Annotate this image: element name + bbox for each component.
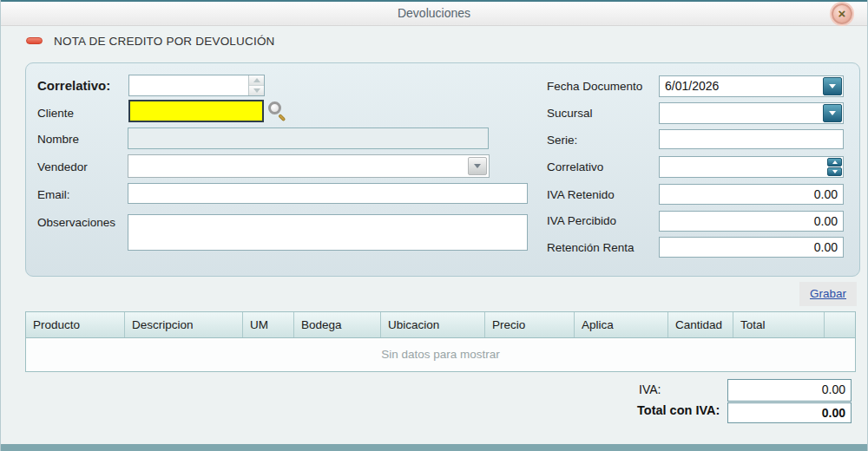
empty-table-message: Sin datos para mostrar <box>26 338 855 370</box>
search-icon[interactable] <box>267 101 288 121</box>
column-header-ubicacion[interactable]: Ubicacion <box>381 312 485 337</box>
total-con-iva-input[interactable]: 0.00 <box>727 402 852 423</box>
grabar-button[interactable]: Grabar <box>810 287 846 300</box>
iva-retenido-input[interactable]: 0.00 <box>659 184 844 205</box>
serie-input[interactable] <box>659 129 844 149</box>
fecha-dropdown-icon[interactable] <box>823 77 842 95</box>
sucursal-select[interactable] <box>659 102 844 124</box>
column-header-empty <box>825 312 855 337</box>
iva-retenido-label: IVA Retenido <box>547 188 615 201</box>
observaciones-label: Observaciones <box>37 216 115 229</box>
vendedor-select[interactable] <box>128 154 490 178</box>
window-bottom-bar <box>1 444 868 451</box>
iva-percibido-input[interactable]: 0.00 <box>659 211 844 232</box>
retencion-renta-label: Retención Renta <box>547 241 635 254</box>
cliente-input[interactable] <box>128 100 264 122</box>
fecha-documento-select[interactable]: 6/01/2026 <box>659 75 844 97</box>
vendedor-dropdown-icon[interactable] <box>468 157 487 175</box>
section-title: NOTA DE CREDITO POR DEVOLUCIÓN <box>54 35 275 48</box>
email-input[interactable] <box>128 183 528 204</box>
iva-input[interactable]: 0.00 <box>727 379 852 402</box>
devoluciones-window: Devoluciones × NOTA DE CREDITO POR DEVOL… <box>0 0 868 451</box>
nombre-input <box>128 127 489 149</box>
iva-label: IVA: <box>639 382 661 396</box>
title-bar: Devoluciones <box>1 2 867 26</box>
sucursal-label: Sucursal <box>547 107 593 120</box>
column-header-total[interactable]: Total <box>733 312 825 337</box>
close-icon[interactable]: × <box>832 3 852 24</box>
column-header-precio[interactable]: Precio <box>485 312 575 337</box>
column-header-producto[interactable]: Producto <box>26 312 125 337</box>
correlativo-input[interactable] <box>129 75 248 95</box>
vendedor-label: Vendedor <box>37 160 88 173</box>
nombre-label: Nombre <box>37 133 79 146</box>
items-table: Producto Descripcion UM Bodega Ubicacion… <box>25 311 856 372</box>
correlativo-doc-label: Correlativo <box>547 160 603 173</box>
observaciones-textarea[interactable] <box>128 214 528 251</box>
email-label: Email: <box>37 188 70 201</box>
column-header-um[interactable]: UM <box>243 312 294 337</box>
spin-up-icon[interactable] <box>827 158 842 167</box>
column-header-descripcion[interactable]: Descripcion <box>125 312 243 337</box>
correlativo-doc-spinner[interactable] <box>659 156 844 178</box>
column-header-aplica[interactable]: Aplica <box>575 312 668 337</box>
correlativo-label: Correlativo: <box>37 78 110 93</box>
column-header-cantidad[interactable]: Cantidad <box>668 312 733 337</box>
correlativo-doc-spin-buttons[interactable] <box>827 158 842 176</box>
retencion-renta-input[interactable]: 0.00 <box>659 237 844 258</box>
table-empty-row: Sin datos para mostrar <box>25 338 856 372</box>
grabar-button-container: Grabar <box>799 282 857 306</box>
serie-label: Serie: <box>547 134 577 147</box>
spin-down-icon[interactable] <box>827 167 842 176</box>
correlativo-spinner[interactable] <box>128 75 265 96</box>
cliente-label: Cliente <box>37 107 74 120</box>
fecha-documento-value: 6/01/2026 <box>660 76 822 96</box>
iva-percibido-label: IVA Percibido <box>547 214 616 227</box>
spin-down-icon[interactable] <box>249 85 264 95</box>
section-marker-icon <box>26 37 43 44</box>
table-header-row: Producto Descripcion UM Bodega Ubicacion… <box>25 311 856 338</box>
total-con-iva-label: Total con IVA: <box>637 403 720 417</box>
window-title: Devoluciones <box>1 2 867 25</box>
sucursal-dropdown-icon[interactable] <box>823 104 842 122</box>
correlativo-spin-buttons[interactable] <box>248 75 264 95</box>
column-header-bodega[interactable]: Bodega <box>294 312 381 337</box>
spin-up-icon[interactable] <box>249 75 264 85</box>
fecha-documento-label: Fecha Documento <box>547 80 642 93</box>
